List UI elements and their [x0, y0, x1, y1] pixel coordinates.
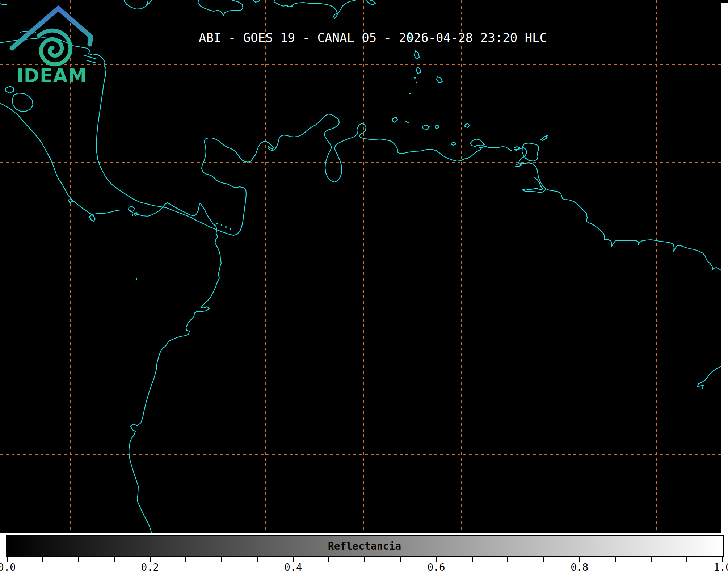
colorbar-tick [328, 557, 329, 562]
colorbar-tick [472, 557, 473, 562]
colorbar-tick [400, 557, 401, 562]
colorbar-tick [543, 557, 544, 562]
ideam-logo: IDEAM [0, 0, 101, 86]
colorbar-tick [7, 557, 8, 562]
colorbar-tick [221, 557, 222, 562]
colorbar-tick-label: 0.8 [571, 562, 588, 571]
colorbar-tick [364, 557, 365, 562]
colorbar-tick [722, 557, 723, 562]
colorbar-label: Reflectancia [328, 540, 401, 552]
logo-wordmark: IDEAM [16, 65, 87, 86]
logo-roof-icon [12, 8, 91, 48]
colorbar-tick [114, 557, 115, 562]
colorbar-tick [185, 557, 186, 562]
logo-hurricane-swirl-icon [39, 30, 71, 64]
colorbar-tick [615, 557, 616, 562]
colorbar-tick [42, 557, 43, 562]
colorbar-tick [579, 557, 580, 562]
colorbar-tick [293, 557, 294, 562]
colorbar-tick [436, 557, 437, 562]
colorbar-tick [78, 557, 79, 562]
colorbar-tick [257, 557, 258, 562]
colorbar-tick [150, 557, 151, 562]
colorbar-tick-label: 0.4 [284, 562, 302, 571]
coastlines [0, 0, 721, 533]
map-title: ABI - GOES 19 - CANAL 05 - 2026-04-28 23… [199, 30, 547, 45]
colorbar-tick-label: 0.6 [428, 562, 445, 571]
frame-top-edge [721, 0, 728, 3]
map-frame-right [721, 0, 721, 533]
colorbar-tick-label: 0.2 [141, 562, 159, 571]
colorbar-tick [507, 557, 508, 562]
colorbar-tick-label: 0.0 [0, 562, 16, 571]
colorbar-tick [686, 557, 687, 562]
colorbar-panel: Reflectancia 0.00.20.40.60.81.0 [0, 533, 728, 571]
colorbar-tick-label: 1.0 [714, 562, 728, 571]
colorbar-tick [651, 557, 652, 562]
satellite-map-canvas: ABI - GOES 19 - CANAL 05 - 2026-04-28 23… [0, 0, 721, 533]
